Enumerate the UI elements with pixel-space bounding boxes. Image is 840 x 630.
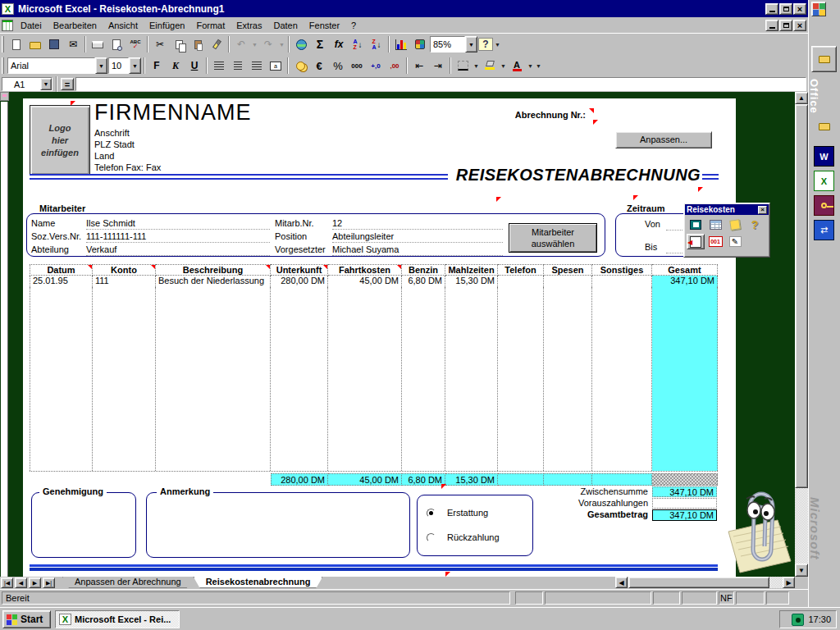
rueckzahlung-label[interactable]: Rückzahlung (447, 532, 500, 544)
gesamtbetrag-value[interactable]: 347,10 DM (652, 509, 717, 521)
header-konto[interactable]: Konto (93, 264, 156, 276)
sort-descending-icon[interactable]: ZA↓ (368, 36, 386, 52)
header-beschreibung[interactable]: Beschreibung (156, 264, 271, 276)
header-mahlzeiten[interactable]: Mahlzeiten (445, 264, 498, 276)
open-icon[interactable] (26, 36, 44, 52)
menu-format[interactable]: Format (190, 19, 231, 32)
access-key-icon[interactable] (814, 195, 834, 216)
empty-cell[interactable] (271, 287, 328, 471)
minimize-button[interactable] (765, 3, 778, 15)
total-telefon[interactable] (498, 473, 544, 486)
header-telefon[interactable]: Telefon (498, 264, 544, 276)
menu-hilfe[interactable]: ? (345, 19, 362, 32)
start-button[interactable]: Start (2, 610, 51, 628)
cell-gesamt[interactable]: 347,10 DM (652, 276, 718, 287)
empty-cell[interactable] (30, 287, 93, 471)
help-icon[interactable]: ? (478, 38, 493, 51)
fill-color-icon[interactable] (481, 57, 499, 74)
toolbar-options-icon[interactable]: ▼ (535, 57, 542, 74)
undo-dropdown-icon[interactable]: ▼ (251, 36, 258, 52)
redo-icon[interactable]: ↷ (259, 36, 277, 52)
font-size-value[interactable]: 10 (108, 57, 129, 74)
office-start-icon[interactable] (811, 46, 837, 72)
zwischensumme-value[interactable]: 347,10 DM (652, 486, 717, 497)
toolbar-options-icon[interactable]: ▼ (494, 36, 501, 52)
formula-input[interactable] (75, 77, 806, 91)
cell-datum[interactable]: 25.01.95 (30, 276, 93, 287)
font-color-icon[interactable]: A (508, 57, 526, 74)
header-datum[interactable]: Datum (30, 264, 93, 276)
undo-icon[interactable]: ↶ (232, 36, 250, 52)
horizontal-scrollbar-track[interactable] (769, 577, 783, 588)
menu-daten[interactable]: Daten (267, 19, 303, 32)
doc-close-button[interactable]: × (793, 20, 806, 31)
rk-table-icon[interactable] (706, 217, 724, 232)
clippy-assistant[interactable] (727, 489, 792, 576)
font-name-value[interactable]: Arial (7, 57, 95, 74)
save-icon[interactable] (45, 36, 63, 52)
menu-ansicht[interactable]: Ansicht (103, 19, 144, 32)
cell-konto[interactable]: 111 (93, 276, 156, 287)
name-box[interactable]: A1 ▼ (2, 77, 52, 91)
cell-benzin[interactable]: 6,80 DM (402, 276, 445, 287)
total-unterkunft[interactable]: 280,00 DM (271, 473, 328, 486)
reisekosten-toolbar[interactable]: Reisekosten × ? ◀ 001 ✎ (683, 203, 770, 258)
doc-restore-button[interactable] (779, 20, 792, 31)
sort-ascending-icon[interactable]: AZ↓ (349, 36, 367, 52)
zoom-value[interactable]: 85% (430, 36, 465, 52)
prev-sheet-icon[interactable]: ◀ (15, 578, 27, 588)
decrease-decimal-icon[interactable]: ,00 (386, 57, 404, 74)
last-sheet-icon[interactable]: ▶| (43, 578, 55, 588)
cell-reference[interactable]: A1 (2, 80, 40, 89)
excel-task-button[interactable]: X Microsoft Excel - Rei... (55, 610, 180, 628)
cell-spesen[interactable] (544, 276, 592, 287)
name-box-dropdown-icon[interactable]: ▼ (40, 78, 52, 90)
header-spesen[interactable]: Spesen (544, 264, 592, 276)
header-unterkunft[interactable]: Unterkunft (271, 264, 328, 276)
sheet-corner-widget[interactable] (0, 92, 9, 101)
word-icon[interactable]: W (814, 146, 834, 167)
hyperlink-icon[interactable] (292, 36, 310, 52)
menu-datei[interactable]: Datei (15, 19, 48, 32)
print-preview-icon[interactable] (107, 36, 126, 52)
rk-form-icon[interactable] (687, 217, 705, 232)
reisekosten-titlebar[interactable]: Reisekosten × (685, 204, 769, 215)
total-mahlzeiten[interactable]: 15,30 DM (445, 473, 498, 486)
erstattung-radio[interactable] (427, 509, 436, 518)
open-folder-icon[interactable] (814, 115, 834, 135)
gesamt-column-fill[interactable] (652, 287, 718, 471)
mitarbnr-value[interactable]: 12 (332, 218, 503, 230)
hscroll-right-icon[interactable]: ▶ (783, 577, 795, 588)
cell-fahrtkosten[interactable]: 45,00 DM (328, 276, 402, 287)
map-icon[interactable] (411, 36, 429, 52)
chart-wizard-icon[interactable] (392, 36, 410, 52)
logo-placeholder[interactable]: Logo hier einfügen (30, 105, 90, 176)
mitarbeiter-auswaehlen-button[interactable]: Mitarbeiter auswählen (509, 223, 597, 253)
increase-decimal-icon[interactable]: +,0 (367, 57, 385, 74)
reisekosten-close-icon[interactable]: × (758, 206, 767, 214)
menu-extras[interactable]: Extras (231, 19, 267, 32)
equals-button[interactable]: = (61, 78, 74, 90)
menu-fenster[interactable]: Fenster (304, 19, 345, 32)
rk-help-icon[interactable]: ? (746, 217, 764, 232)
menu-einfuegen[interactable]: Einfügen (144, 19, 190, 32)
rueckzahlung-radio[interactable] (427, 533, 436, 542)
menu-bearbeiten[interactable]: Bearbeiten (48, 19, 103, 32)
total-gesamt-hatched[interactable] (652, 473, 718, 486)
hscroll-left-icon[interactable]: ◀ (615, 577, 628, 588)
scroll-up-icon[interactable]: ▲ (795, 92, 808, 104)
format-painter-icon[interactable] (208, 36, 226, 52)
autosum-icon[interactable]: Σ (311, 36, 329, 52)
empty-cell[interactable] (498, 287, 544, 471)
font-size-dropdown-icon[interactable]: ▼ (129, 57, 141, 74)
bold-icon[interactable]: F (148, 57, 166, 74)
anpassen-button[interactable]: Anpassen... (615, 131, 712, 148)
excel-icon[interactable]: X (814, 171, 834, 191)
header-benzin[interactable]: Benzin (402, 264, 445, 276)
redo-dropdown-icon[interactable]: ▼ (278, 36, 285, 52)
spelling-icon[interactable]: ABC✓ (126, 36, 144, 52)
font-combo[interactable]: Arial ▼ (7, 57, 107, 74)
empty-cell[interactable] (544, 287, 592, 471)
empty-cell[interactable] (93, 287, 156, 471)
cell-beschreibung[interactable]: Besuch der Niederlassung (156, 276, 271, 287)
